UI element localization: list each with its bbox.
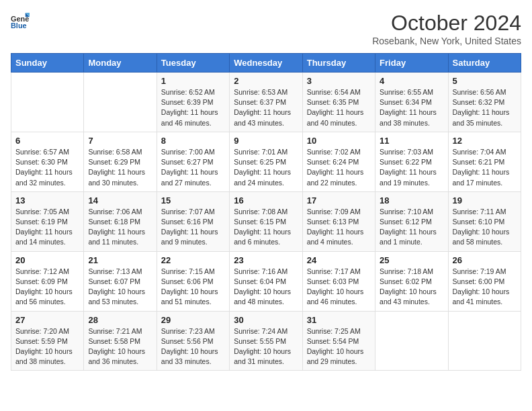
day-detail: Sunrise: 7:04 AMSunset: 6:21 PMDaylight:… — [453, 147, 517, 188]
day-detail: Sunrise: 7:15 AMSunset: 6:06 PMDaylight:… — [161, 267, 225, 308]
calendar-cell: 11Sunrise: 7:03 AMSunset: 6:22 PMDayligh… — [375, 132, 448, 191]
day-detail: Sunrise: 7:07 AMSunset: 6:16 PMDaylight:… — [161, 207, 225, 248]
day-header-sunday: Sunday — [11, 54, 84, 73]
day-detail: Sunrise: 6:58 AMSunset: 6:29 PMDaylight:… — [88, 147, 152, 188]
calendar-cell: 15Sunrise: 7:07 AMSunset: 6:16 PMDayligh… — [157, 191, 229, 251]
day-detail: Sunrise: 7:24 AMSunset: 5:55 PMDaylight:… — [234, 326, 298, 367]
day-number: 17 — [307, 195, 371, 205]
day-number: 25 — [380, 255, 443, 265]
week-row-2: 6Sunrise: 6:57 AMSunset: 6:30 PMDaylight… — [11, 132, 521, 191]
day-detail: Sunrise: 7:23 AMSunset: 5:56 PMDaylight:… — [161, 326, 225, 367]
day-detail: Sunrise: 7:20 AMSunset: 5:59 PMDaylight:… — [15, 326, 79, 367]
week-row-4: 20Sunrise: 7:12 AMSunset: 6:09 PMDayligh… — [11, 251, 521, 311]
calendar-cell: 19Sunrise: 7:11 AMSunset: 6:10 PMDayligh… — [448, 191, 521, 251]
day-number: 29 — [161, 315, 225, 325]
day-header-monday: Monday — [84, 54, 157, 73]
day-number: 19 — [453, 195, 517, 205]
calendar-cell: 22Sunrise: 7:15 AMSunset: 6:06 PMDayligh… — [157, 251, 229, 311]
day-detail: Sunrise: 7:08 AMSunset: 6:15 PMDaylight:… — [234, 207, 298, 248]
calendar-cell: 12Sunrise: 7:04 AMSunset: 6:21 PMDayligh… — [448, 132, 521, 191]
day-number: 9 — [234, 136, 298, 146]
day-detail: Sunrise: 7:16 AMSunset: 6:04 PMDaylight:… — [234, 267, 298, 308]
day-detail: Sunrise: 7:21 AMSunset: 5:58 PMDaylight:… — [88, 326, 152, 367]
calendar-cell: 6Sunrise: 6:57 AMSunset: 6:30 PMDaylight… — [11, 132, 84, 191]
day-number: 11 — [380, 136, 443, 146]
day-detail: Sunrise: 7:06 AMSunset: 6:18 PMDaylight:… — [88, 207, 152, 248]
day-detail: Sunrise: 7:19 AMSunset: 6:00 PMDaylight:… — [453, 267, 517, 308]
calendar-cell: 8Sunrise: 7:00 AMSunset: 6:27 PMDaylight… — [157, 132, 229, 191]
title-block: October 2024 Rosebank, New York, United … — [372, 11, 521, 46]
day-number: 13 — [15, 195, 79, 205]
calendar-cell: 24Sunrise: 7:17 AMSunset: 6:03 PMDayligh… — [302, 251, 375, 311]
day-number: 3 — [307, 76, 371, 86]
page-header: General Blue October 2024 Rosebank, New … — [11, 11, 521, 46]
day-number: 21 — [88, 255, 152, 265]
day-detail: Sunrise: 7:10 AMSunset: 6:12 PMDaylight:… — [380, 207, 443, 248]
day-detail: Sunrise: 7:25 AMSunset: 5:54 PMDaylight:… — [307, 326, 371, 367]
day-detail: Sunrise: 6:53 AMSunset: 6:37 PMDaylight:… — [234, 87, 298, 128]
calendar-cell: 31Sunrise: 7:25 AMSunset: 5:54 PMDayligh… — [302, 311, 375, 371]
day-number: 4 — [380, 76, 443, 86]
week-row-1: 1Sunrise: 6:52 AMSunset: 6:39 PMDaylight… — [11, 73, 521, 132]
day-detail: Sunrise: 7:01 AMSunset: 6:25 PMDaylight:… — [234, 147, 298, 188]
calendar-cell: 21Sunrise: 7:13 AMSunset: 6:07 PMDayligh… — [84, 251, 157, 311]
month-title: October 2024 — [372, 11, 521, 36]
day-detail: Sunrise: 7:17 AMSunset: 6:03 PMDaylight:… — [307, 267, 371, 308]
day-number: 27 — [15, 315, 79, 325]
day-header-thursday: Thursday — [302, 54, 375, 73]
days-header: SundayMondayTuesdayWednesdayThursdayFrid… — [11, 54, 521, 73]
day-number: 8 — [161, 136, 225, 146]
day-number: 15 — [161, 195, 225, 205]
day-detail: Sunrise: 7:12 AMSunset: 6:09 PMDaylight:… — [15, 267, 79, 308]
calendar-cell — [375, 311, 448, 371]
calendar-cell: 4Sunrise: 6:55 AMSunset: 6:34 PMDaylight… — [375, 73, 448, 132]
day-number: 18 — [380, 195, 443, 205]
week-row-5: 27Sunrise: 7:20 AMSunset: 5:59 PMDayligh… — [11, 311, 521, 371]
day-detail: Sunrise: 6:56 AMSunset: 6:32 PMDaylight:… — [453, 87, 517, 128]
day-detail: Sunrise: 7:05 AMSunset: 6:19 PMDaylight:… — [15, 207, 79, 248]
day-detail: Sunrise: 6:55 AMSunset: 6:34 PMDaylight:… — [380, 87, 443, 128]
day-detail: Sunrise: 7:11 AMSunset: 6:10 PMDaylight:… — [453, 207, 517, 248]
day-number: 24 — [307, 255, 371, 265]
day-number: 28 — [88, 315, 152, 325]
calendar-cell: 27Sunrise: 7:20 AMSunset: 5:59 PMDayligh… — [11, 311, 84, 371]
calendar-cell — [11, 73, 84, 132]
day-number: 31 — [307, 315, 371, 325]
calendar-cell: 28Sunrise: 7:21 AMSunset: 5:58 PMDayligh… — [84, 311, 157, 371]
day-detail: Sunrise: 7:09 AMSunset: 6:13 PMDaylight:… — [307, 207, 371, 248]
day-number: 16 — [234, 195, 298, 205]
day-number: 7 — [88, 136, 152, 146]
day-detail: Sunrise: 6:54 AMSunset: 6:35 PMDaylight:… — [307, 87, 371, 128]
calendar-cell: 2Sunrise: 6:53 AMSunset: 6:37 PMDaylight… — [230, 73, 302, 132]
day-header-saturday: Saturday — [448, 54, 521, 73]
logo-icon: General Blue — [11, 11, 30, 30]
calendar-cell: 7Sunrise: 6:58 AMSunset: 6:29 PMDaylight… — [84, 132, 157, 191]
day-number: 23 — [234, 255, 298, 265]
day-number: 10 — [307, 136, 371, 146]
calendar-cell: 13Sunrise: 7:05 AMSunset: 6:19 PMDayligh… — [11, 191, 84, 251]
svg-text:Blue: Blue — [11, 21, 27, 30]
day-detail: Sunrise: 7:02 AMSunset: 6:24 PMDaylight:… — [307, 147, 371, 188]
day-number: 20 — [15, 255, 79, 265]
day-detail: Sunrise: 7:03 AMSunset: 6:22 PMDaylight:… — [380, 147, 443, 188]
week-row-3: 13Sunrise: 7:05 AMSunset: 6:19 PMDayligh… — [11, 191, 521, 251]
day-detail: Sunrise: 7:13 AMSunset: 6:07 PMDaylight:… — [88, 267, 152, 308]
day-detail: Sunrise: 6:52 AMSunset: 6:39 PMDaylight:… — [161, 87, 225, 128]
day-number: 2 — [234, 76, 298, 86]
calendar-cell: 23Sunrise: 7:16 AMSunset: 6:04 PMDayligh… — [230, 251, 302, 311]
day-number: 14 — [88, 195, 152, 205]
calendar-cell: 26Sunrise: 7:19 AMSunset: 6:00 PMDayligh… — [448, 251, 521, 311]
day-number: 6 — [15, 136, 79, 146]
calendar-cell: 9Sunrise: 7:01 AMSunset: 6:25 PMDaylight… — [230, 132, 302, 191]
calendar-cell: 25Sunrise: 7:18 AMSunset: 6:02 PMDayligh… — [375, 251, 448, 311]
day-number: 26 — [453, 255, 517, 265]
logo: General Blue — [11, 11, 30, 30]
calendar-cell — [84, 73, 157, 132]
day-detail: Sunrise: 7:18 AMSunset: 6:02 PMDaylight:… — [380, 267, 443, 308]
day-number: 30 — [234, 315, 298, 325]
calendar-cell: 18Sunrise: 7:10 AMSunset: 6:12 PMDayligh… — [375, 191, 448, 251]
calendar-cell — [448, 311, 521, 371]
day-number: 1 — [161, 76, 225, 86]
location: Rosebank, New York, United States — [372, 36, 521, 46]
day-detail: Sunrise: 7:00 AMSunset: 6:27 PMDaylight:… — [161, 147, 225, 188]
